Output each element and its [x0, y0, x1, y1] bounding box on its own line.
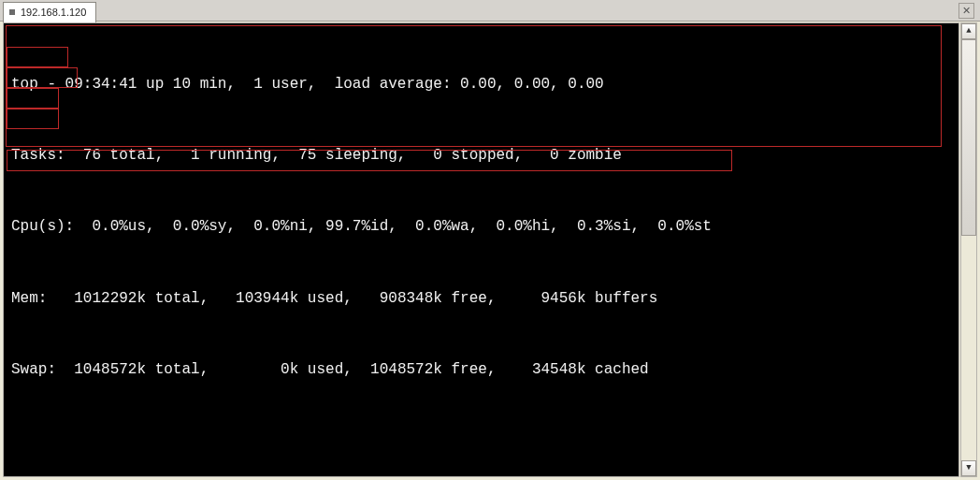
tab-icon: [9, 9, 15, 15]
scroll-up-button[interactable]: ▲: [961, 23, 976, 39]
tab-title: 192.168.1.120: [21, 7, 86, 18]
session-tab[interactable]: 192.168.1.120: [3, 2, 96, 22]
summary-top-line: top - 09:34:41 up 10 min, 1 user, load a…: [4, 74, 958, 95]
summary-swap-line: Swap: 1048572k total, 0k used, 1048572k …: [4, 359, 958, 380]
tasks-label: Tasks:: [11, 147, 65, 164]
cpu-values: 0.0%us, 0.0%sy, 0.0%ni, 99.7%id, 0.0%wa,…: [74, 218, 712, 235]
scroll-down-button[interactable]: ▼: [961, 460, 976, 476]
summary-tasks-line: Tasks: 76 total, 1 running, 75 sleeping,…: [4, 145, 958, 166]
summary-mem-line: Mem: 1012292k total, 103944k used, 90834…: [4, 288, 958, 309]
scroll-thumb[interactable]: [961, 39, 976, 236]
terminal-area[interactable]: top - 09:34:41 up 10 min, 1 user, load a…: [3, 22, 959, 477]
swap-label: Swap:: [11, 361, 56, 378]
mem-label: Mem:: [11, 290, 56, 307]
chevron-down-icon: ▼: [966, 463, 971, 473]
swap-values: 1048572k total, 0k used, 1048572k free, …: [56, 361, 649, 378]
annotation-box-tasks: [7, 47, 68, 67]
scrollbar[interactable]: ▲ ▼: [960, 22, 977, 477]
close-icon: ✕: [962, 5, 971, 16]
annotation-box-swap: [7, 109, 59, 129]
tab-bar: 192.168.1.120 ✕: [0, 0, 980, 22]
summary-cpu-line: Cpu(s): 0.0%us, 0.0%sy, 0.0%ni, 99.7%id,…: [4, 216, 958, 237]
terminal-content: top - 09:34:41 up 10 min, 1 user, load a…: [4, 23, 958, 476]
cpu-label: Cpu(s):: [11, 218, 74, 235]
tasks-values: 76 total, 1 running, 75 sleeping, 0 stop…: [65, 147, 622, 164]
close-button[interactable]: ✕: [958, 3, 974, 19]
chevron-up-icon: ▲: [966, 26, 971, 36]
blank-line: [4, 430, 958, 451]
mem-values: 1012292k total, 103944k used, 908348k fr…: [56, 290, 657, 307]
window: 192.168.1.120 ✕ top - 09:34:41 up 10 min…: [0, 0, 980, 480]
